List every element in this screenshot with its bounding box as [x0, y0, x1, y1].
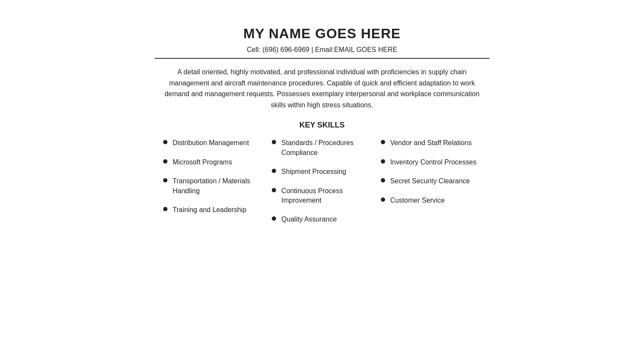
skill-label: Inventory Control Processes — [390, 158, 477, 167]
list-item: Microsoft Programs — [163, 158, 263, 167]
contact-info: Cell: (696) 696-6969 | Email:EMAIL GOES … — [155, 46, 489, 54]
bullet-icon — [381, 178, 385, 182]
skill-label: Shipment Processing — [281, 167, 346, 176]
list-item: Customer Service — [381, 196, 481, 205]
bullet-icon — [381, 159, 385, 164]
skills-column-2: Standards / Procedures Compliance Shipme… — [267, 138, 376, 234]
skill-label: Continuous Process Improvement — [281, 186, 372, 206]
list-item: Shipment Processing — [272, 167, 372, 176]
candidate-name: MY NAME GOES HERE — [155, 26, 489, 42]
list-item: Inventory Control Processes — [381, 158, 481, 167]
skill-label: Microsoft Programs — [173, 158, 232, 167]
skills-column-1: Distribution Management Microsoft Progra… — [159, 138, 267, 234]
bullet-icon — [381, 140, 385, 144]
resume-header: MY NAME GOES HERE Cell: (696) 696-6969 |… — [155, 26, 489, 54]
skill-label: Quality Assurance — [281, 215, 337, 224]
bullet-icon — [163, 140, 167, 144]
skills-grid: Distribution Management Microsoft Progra… — [155, 138, 489, 234]
list-item: Distribution Management — [163, 138, 263, 148]
skills-section-title: KEY SKILLS — [155, 121, 489, 130]
list-item: Vendor and Staff Relations — [381, 138, 481, 148]
bullet-icon — [381, 197, 385, 202]
bullet-icon — [163, 159, 167, 164]
list-item: Continuous Process Improvement — [272, 186, 372, 206]
bullet-icon — [163, 178, 167, 182]
summary-text: A detail oriented, highly motivated, and… — [155, 67, 489, 110]
skill-label: Training and Leadership — [173, 205, 246, 215]
skill-label: Vendor and Staff Relations — [390, 138, 472, 148]
skill-label: Secret Security Clearance — [390, 176, 470, 186]
skill-label: Standards / Procedures Compliance — [281, 138, 372, 158]
list-item: Standards / Procedures Compliance — [272, 138, 372, 158]
resume-container: MY NAME GOES HERE Cell: (696) 696-6969 |… — [129, 9, 515, 251]
skill-label: Transportation / Materials Handling — [173, 176, 263, 196]
list-item: Quality Assurance — [272, 215, 372, 224]
skills-column-3: Vendor and Staff Relations Inventory Con… — [377, 138, 485, 234]
bullet-icon — [272, 140, 276, 144]
bullet-icon — [163, 207, 167, 211]
skill-label: Customer Service — [390, 196, 445, 205]
list-item: Transportation / Materials Handling — [163, 176, 263, 196]
bullet-icon — [272, 188, 276, 192]
bullet-icon — [272, 216, 276, 221]
bullet-icon — [272, 169, 276, 173]
list-item: Secret Security Clearance — [381, 176, 481, 186]
header-divider — [155, 58, 489, 59]
skill-label: Distribution Management — [173, 138, 249, 148]
list-item: Training and Leadership — [163, 205, 263, 215]
